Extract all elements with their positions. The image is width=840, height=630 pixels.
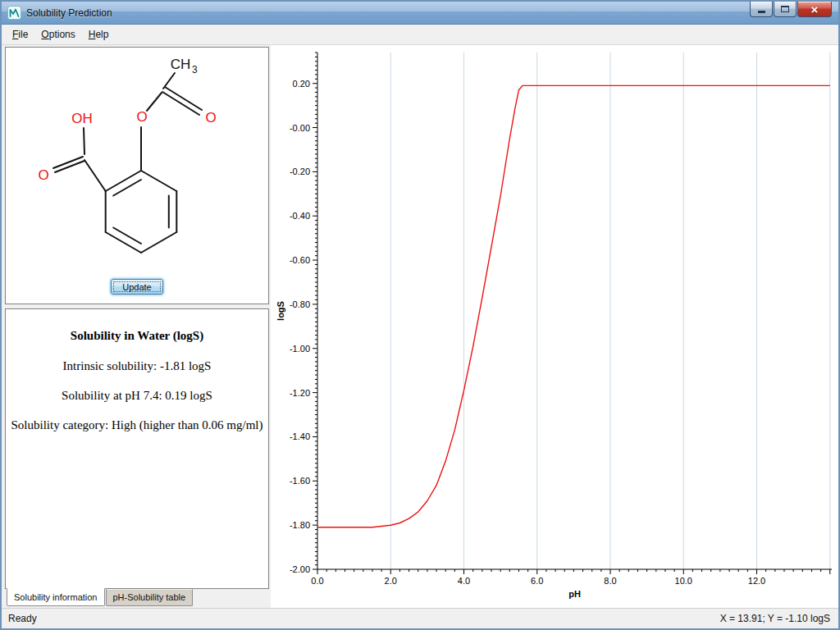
main-content: CH 3 OH O O O Update Solubility in Water… [2,45,838,608]
svg-text:-0.00: -0.00 [290,123,310,133]
svg-text:-2.00: -2.00 [290,564,310,574]
status-text: Ready [8,613,37,624]
atom-label-ester-o: O [136,109,147,125]
solubility-info-panel: Solubility in Water (logS) Intrinsic sol… [5,308,269,589]
svg-text:-0.80: -0.80 [290,299,310,309]
atom-label-methyl-sub: 3 [192,64,198,75]
atom-label-methyl: CH [171,57,191,72]
svg-text:-0.40: -0.40 [290,211,310,221]
svg-text:-1.80: -1.80 [290,520,310,530]
svg-text:-1.60: -1.60 [290,476,310,486]
svg-text:pH: pH [568,589,581,599]
svg-text:-1.40: -1.40 [290,431,310,441]
minimize-icon [758,11,765,13]
info-lines: Intrinsic solubility: -1.81 logSSolubili… [11,359,263,432]
status-bar: Ready X = 13.91; Y = -1.10 logS [2,608,838,628]
svg-text:8.0: 8.0 [604,576,616,586]
tab-ph-solubility-table[interactable]: pH-Solubility table [106,589,194,606]
bottom-tabs: Solubility informationpH-Solubility tabl… [5,589,269,608]
svg-text:12.0: 12.0 [748,576,765,586]
tab-solubility-information[interactable]: Solubility information [7,588,105,606]
svg-text:logS: logS [276,301,285,321]
maximize-icon [781,6,789,12]
maximize-button[interactable] [774,2,797,17]
info-line: Solubility at pH 7.4: 0.19 logS [11,389,263,403]
svg-text:4.0: 4.0 [458,576,470,586]
atom-label-acid-o: O [38,167,48,183]
cursor-readout: X = 13.91; Y = -1.10 logS [720,613,830,624]
solubility-chart[interactable]: 0.20-0.00-0.20-0.40-0.60-0.80-1.00-1.20-… [273,46,838,607]
menu-file[interactable]: File [6,25,34,43]
update-row: Update [6,279,268,302]
svg-text:6.0: 6.0 [531,576,543,586]
title-bar[interactable]: Solubility Prediction × [2,2,838,25]
left-column: CH 3 OH O O O Update Solubility in Water… [2,45,271,608]
menu-bar: FileOptionsHelp [2,25,838,45]
svg-text:0.0: 0.0 [311,576,323,586]
info-line: Intrinsic solubility: -1.81 logS [11,359,263,373]
app-icon [7,6,21,20]
svg-text:10.0: 10.0 [675,576,692,586]
atom-label-carbonyl-o: O [205,110,216,126]
atom-label-hydroxyl: OH [71,111,93,126]
svg-text:0.20: 0.20 [293,79,310,89]
info-panel-title: Solubility in Water (logS) [11,329,263,343]
molecule-canvas[interactable]: CH 3 OH O O O [6,48,268,279]
window-controls: × [750,2,832,17]
svg-text:-1.20: -1.20 [290,388,310,398]
chart-panel: 0.20-0.00-0.20-0.40-0.60-0.80-1.00-1.20-… [271,45,838,608]
svg-text:-0.20: -0.20 [290,167,310,176]
app-window: Solubility Prediction × FileOptionsHelp [0,0,840,630]
minimize-button[interactable] [750,2,773,17]
svg-text:2.0: 2.0 [385,576,397,586]
close-icon: × [811,3,819,16]
menu-help[interactable]: Help [82,25,116,43]
window-title: Solubility Prediction [26,7,112,19]
close-button[interactable]: × [797,2,832,17]
svg-text:-0.60: -0.60 [290,255,310,265]
svg-text:-1.00: -1.00 [290,344,310,354]
structure-panel: CH 3 OH O O O Update [5,47,269,304]
menu-options[interactable]: Options [34,25,81,43]
info-line: Solubility category: High (higher than 0… [11,418,263,432]
update-button[interactable]: Update [111,279,163,294]
